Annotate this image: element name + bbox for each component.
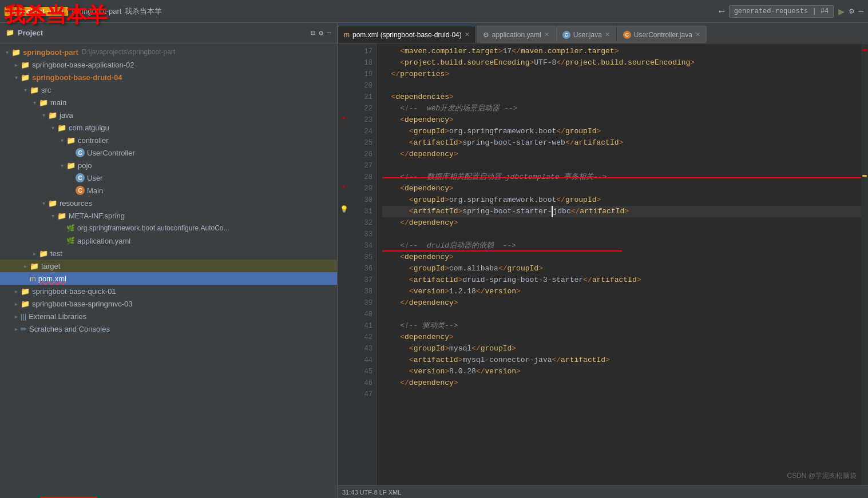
yaml-tab-icon: ⚙ — [483, 31, 489, 39]
tree-item-autoconfigure[interactable]: 🌿 org.springframework.boot.autoconfigure… — [0, 222, 337, 234]
code-line-47 — [382, 389, 861, 400]
ln-39: 39 — [350, 297, 376, 309]
tab-user-java[interactable]: C User.java ✕ — [556, 26, 616, 43]
arrow-external-libs[interactable] — [11, 313, 21, 320]
arrow-springmvc-03[interactable] — [11, 301, 21, 307]
java-c-icon-user: C — [76, 173, 85, 182]
gutter-20 — [338, 78, 350, 89]
tab-application-yaml[interactable]: ⚙ application.yaml ✕ — [477, 26, 556, 43]
code-line-45: <version>8.0.28</version> — [382, 366, 861, 377]
arrow-quick-01[interactable] — [11, 288, 21, 294]
tree-item-main[interactable]: 📁 main — [0, 96, 337, 109]
generated-requests-label[interactable]: generated-requests | #4 — [729, 5, 834, 18]
minimize-icon[interactable]: — — [859, 7, 863, 16]
arrow-meta-inf[interactable] — [48, 213, 57, 219]
tab-label-user-java: User.java — [573, 31, 602, 39]
tree-item-src[interactable]: 📁 src — [0, 83, 337, 96]
gutter-36 — [338, 261, 350, 272]
sidebar-gear-icon[interactable]: ⚙ — [319, 29, 323, 38]
folder-icon-java: 📁 — [48, 111, 57, 119]
bottom-bar: 31:43 UTF-8 LF XML — [338, 485, 868, 498]
arrow-base-application[interactable] — [11, 62, 21, 68]
arrow-test[interactable] — [30, 250, 39, 257]
tab-label-pom-xml: pom.xml (springboot-base-druid-04) — [352, 31, 462, 39]
tree-item-quick-01[interactable]: 📁 springboot-base-quick-01 — [0, 285, 337, 297]
tree-item-usercontroller[interactable]: C UserController — [0, 146, 337, 159]
gutter-23: ● — [338, 112, 350, 123]
tab-close-pom-xml[interactable]: ✕ — [465, 31, 470, 38]
code-line-46: </dependency> — [382, 377, 861, 389]
tab-close-user[interactable]: ✕ — [605, 31, 610, 38]
tree-item-springmvc-03[interactable]: 📁 springboot-base-springmvc-03 — [0, 297, 337, 310]
editor-content[interactable]: ● ● 💡 — [338, 43, 868, 485]
warning-marker — [862, 175, 867, 177]
sidebar-close-icon[interactable]: — — [327, 29, 331, 38]
ln-37: 37 — [350, 274, 376, 286]
arrow-springboot-part[interactable] — [2, 49, 11, 55]
label-src: src — [41, 86, 51, 94]
gutter-38 — [338, 284, 350, 295]
java-c-icon-usercontroller: C — [76, 148, 85, 157]
xml-tab-icon: m — [344, 31, 350, 39]
tab-pom-xml[interactable]: m pom.xml (springboot-base-druid-04) ✕ — [338, 26, 476, 43]
arrow-scratches[interactable] — [11, 326, 21, 332]
tree-item-meta-inf[interactable]: 📁 META-INF.spring — [0, 209, 337, 222]
arrow-controller[interactable] — [57, 137, 66, 144]
code-container: ● ● 💡 — [338, 43, 868, 485]
code-line-44: <artifactId>mysql-connector-java</artifa… — [382, 354, 861, 366]
run-button[interactable]: ▶ — [838, 5, 845, 18]
build-icon[interactable]: ⚙ — [849, 6, 854, 16]
tree-item-user[interactable]: C User — [0, 172, 337, 184]
ln-45: 45 — [350, 366, 376, 377]
arrow-target[interactable] — [21, 263, 30, 269]
tab-close-usercontroller[interactable]: ✕ — [695, 31, 700, 38]
ln-17: 17 — [350, 46, 376, 57]
code-line-24: <groupId>org.springframework.boot</group… — [382, 126, 861, 137]
tree-item-base-druid[interactable]: 📁 springboot-base-druid-04 — [0, 71, 337, 83]
folder-icon-pojo: 📁 — [66, 161, 76, 170]
tree-item-application-yaml[interactable]: 🌿 application.yaml — [0, 234, 337, 247]
tree-item-controller[interactable]: 📁 controller — [0, 134, 337, 146]
label-springboot-part: springboot-part — [23, 48, 78, 57]
code-line-43: <groupId>mysql</groupId> — [382, 343, 861, 354]
code-line-29: <dependency> — [382, 183, 861, 194]
java-tab-icon-usercontroller: C — [623, 31, 631, 39]
tab-usercontroller-java[interactable]: C UserController.java ✕ — [617, 26, 707, 43]
gutter-42 — [338, 329, 350, 341]
tree-item-resources[interactable]: 📁 resources — [0, 197, 337, 209]
arrow-java[interactable] — [39, 112, 48, 118]
label-com-atguigu: com.atguigu — [69, 123, 109, 132]
tree-item-pom-xml[interactable]: m pom.xml — [0, 272, 337, 285]
tab-label-application-yaml: application.yaml — [492, 31, 541, 39]
arrow-src[interactable] — [21, 87, 30, 93]
tree-item-scratches[interactable]: ✏ Scratches and Consoles — [0, 322, 337, 335]
tree-item-springboot-part[interactable]: 📁 springboot-part D:\javaprojects\spring… — [0, 46, 337, 58]
tree-item-pojo[interactable]: 📁 pojo — [0, 159, 337, 172]
tree-item-com-atguigu[interactable]: 📁 com.atguigu — [0, 121, 337, 134]
arrow-base-druid[interactable] — [11, 74, 21, 81]
ln-42: 42 — [350, 332, 376, 343]
arrow-pojo[interactable] — [57, 162, 66, 169]
folder-icon-meta-inf: 📁 — [57, 212, 66, 220]
tree-item-external-libs[interactable]: ||| External Libraries — [0, 310, 337, 322]
arrow-main[interactable] — [30, 99, 39, 106]
back-icon[interactable]: ⟵ — [719, 6, 724, 16]
tree-item-target[interactable]: 📁 target — [0, 260, 337, 272]
ln-36: 36 — [350, 263, 376, 274]
folder-icon-resources: 📁 — [48, 199, 57, 208]
tree-item-test[interactable]: 📁 test — [0, 247, 337, 260]
arrow-resources[interactable] — [39, 200, 48, 206]
label-quick-01: springboot-base-quick-01 — [32, 287, 116, 296]
top-bar: springboot-part springboot-part 我杀当本羊 ⟵ … — [0, 0, 868, 23]
gutter-44 — [338, 352, 350, 364]
tree-item-java[interactable]: 📁 java — [0, 109, 337, 121]
code-line-40 — [382, 309, 861, 320]
tree-item-main-class[interactable]: C Main — [0, 184, 337, 197]
sidebar-collapse-icon[interactable]: ⊟ — [311, 29, 316, 38]
tab-close-yaml[interactable]: ✕ — [544, 31, 549, 38]
label-usercontroller: UserController — [87, 149, 135, 157]
arrow-com-atguigu[interactable] — [48, 125, 57, 131]
label-autoconfigure: org.springframework.boot.autoconfigure.A… — [77, 224, 229, 232]
tree-item-base-application[interactable]: 📁 springboot-base-application-02 — [0, 58, 337, 71]
sidebar: 📁 Project ⊟ ⚙ — 📁 springboot-part D:\jav… — [0, 23, 338, 498]
